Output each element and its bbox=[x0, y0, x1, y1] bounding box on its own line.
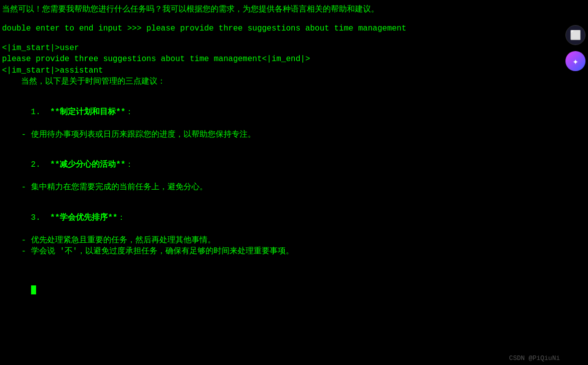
line-1: 当然可以！您需要我帮助您进行什么任务吗？我可以根据您的需求，为您提供各种语言相关… bbox=[2, 4, 558, 15]
line-item-2-sub1: - 集中精力在您需要完成的当前任务上，避免分心。 bbox=[2, 182, 558, 193]
terminal: 当然可以！您需要我帮助您进行什么任务吗？我可以根据您的需求，为您提供各种语言相关… bbox=[0, 0, 588, 365]
line-input-1: double enter to end input >>> please pro… bbox=[2, 23, 558, 34]
line-item-2: 2. **减少分心的活动**： bbox=[2, 148, 558, 182]
item-3-number: 3. bbox=[31, 213, 50, 222]
line-user-msg: please provide three suggestions about t… bbox=[2, 54, 558, 65]
item-3-bold: **学会优先排序** bbox=[50, 213, 117, 222]
item-1-colon: ： bbox=[125, 108, 133, 117]
item-3-colon: ： bbox=[117, 213, 125, 222]
item-1-bold: **制定计划和目标** bbox=[50, 108, 125, 117]
item-2-colon: ： bbox=[125, 160, 133, 169]
sidebar-right: ⬜ ✦ bbox=[563, 0, 588, 365]
blank-7 bbox=[2, 265, 558, 273]
blank-1 bbox=[2, 15, 558, 23]
sidebar-top-button[interactable]: ⬜ bbox=[565, 25, 585, 45]
blank-3 bbox=[2, 87, 558, 95]
line-im-start-assistant: <|im_start|>assistant bbox=[2, 65, 558, 76]
sidebar-main-button[interactable]: ✦ bbox=[565, 51, 585, 71]
line-item-3-sub2: - 学会说 '不'，以避免过度承担任务，确保有足够的时间来处理重要事项。 bbox=[2, 246, 558, 257]
line-item-1-sub1: - 使用待办事项列表或日历来跟踪您的进度，以帮助您保持专注。 bbox=[2, 129, 558, 140]
line-intro: 当然，以下是关于时间管理的三点建议： bbox=[2, 76, 558, 87]
item-2-bold: **减少分心的活动** bbox=[50, 160, 125, 169]
blank-6 bbox=[2, 257, 558, 265]
content-area: 当然可以！您需要我帮助您进行什么任务吗？我可以根据您的需求，为您提供各种语言相关… bbox=[2, 4, 558, 307]
line-item-3: 3. **学会优先排序**： bbox=[2, 201, 558, 234]
cursor-blink bbox=[31, 285, 36, 294]
item-1-number: 1. bbox=[31, 108, 50, 117]
line-item-3-sub1: - 优先处理紧急且重要的任务，然后再处理其他事情。 bbox=[2, 235, 558, 246]
blank-2 bbox=[2, 35, 558, 43]
line-prompt-cursor[interactable] bbox=[2, 273, 558, 306]
watermark: CSDN @PiQiuNi bbox=[509, 354, 560, 362]
item-2-number: 2. bbox=[31, 160, 50, 169]
gradient-icon: ✦ bbox=[572, 55, 578, 68]
blank-5 bbox=[2, 193, 558, 201]
line-item-1: 1. **制定计划和目标**： bbox=[2, 95, 558, 129]
blank-4 bbox=[2, 140, 558, 148]
top-icon: ⬜ bbox=[570, 30, 581, 41]
line-im-start-user: <|im_start|>user bbox=[2, 43, 558, 54]
